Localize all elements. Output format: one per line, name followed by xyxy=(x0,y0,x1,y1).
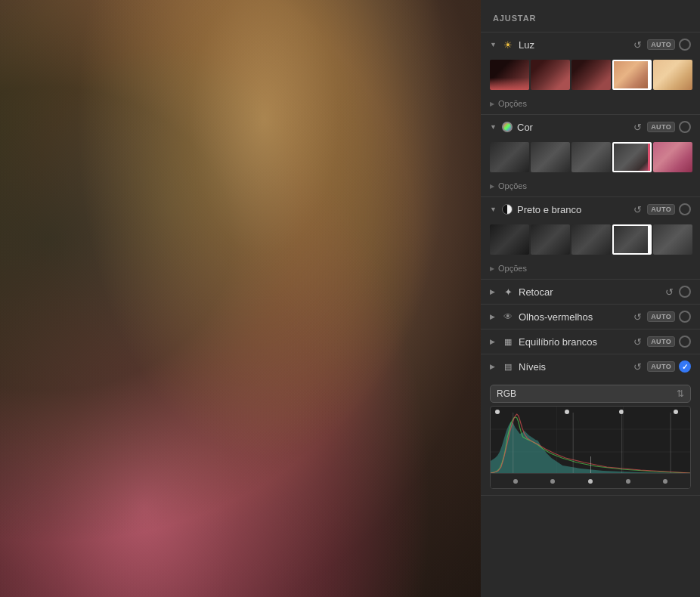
peb-label: Preto e branco xyxy=(517,204,627,215)
levels-icon: ▤ xyxy=(502,360,514,373)
niveis-reset-button[interactable]: ↺ xyxy=(631,361,643,373)
cor-section: ▼ Cor ↺ AUTO ▶ Opções xyxy=(481,115,700,197)
cor-toggle[interactable] xyxy=(679,121,691,133)
peb-thumbnails xyxy=(481,221,700,261)
peb-reset-button[interactable]: ↺ xyxy=(631,204,643,215)
peb-section: ▼ Preto e branco ↺ AUTO ▶ Opções xyxy=(481,197,700,280)
wb-section-header[interactable]: ▶ ▦ Equilíbrio brancos ↺ AUTO xyxy=(481,329,700,354)
wb-controls: ↺ AUTO xyxy=(631,336,691,348)
luz-options-chevron-icon: ▶ xyxy=(490,101,494,107)
olhos-section-header[interactable]: ▶ 👁 Olhos-vermelhos ↺ AUTO xyxy=(481,305,700,329)
peb-section-header[interactable]: ▼ Preto e branco ↺ AUTO xyxy=(481,197,700,221)
hist-bottom-black[interactable] xyxy=(513,479,518,484)
wb-section: ▶ ▦ Equilíbrio brancos ↺ AUTO xyxy=(481,329,700,354)
cor-section-header[interactable]: ▼ Cor ↺ AUTO xyxy=(481,115,700,139)
luz-label: Luz xyxy=(519,39,627,51)
photo-background xyxy=(0,0,481,597)
luz-thumbnails xyxy=(481,57,700,96)
cor-chevron-icon: ▼ xyxy=(490,123,497,131)
retocar-toggle[interactable] xyxy=(679,286,691,298)
wb-reset-button[interactable]: ↺ xyxy=(631,336,643,348)
luz-reset-button[interactable]: ↺ xyxy=(631,39,643,51)
olhos-auto-button[interactable]: AUTO xyxy=(647,311,675,322)
luz-thumb-selected[interactable] xyxy=(612,60,652,90)
cor-label: Cor xyxy=(517,122,627,133)
selector-arrows-icon: ⇅ xyxy=(677,388,684,399)
luz-controls: ↺ AUTO xyxy=(631,39,691,51)
cor-thumb-1[interactable] xyxy=(490,142,529,172)
cor-options-chevron-icon: ▶ xyxy=(490,183,494,190)
olhos-label: Olhos-vermelhos xyxy=(519,311,627,323)
cor-auto-button[interactable]: AUTO xyxy=(647,122,675,132)
panel-title: AJUSTAR xyxy=(493,14,536,23)
retocar-chevron-icon: ▶ xyxy=(490,288,497,295)
histogram-bottom-controls xyxy=(491,473,690,488)
cor-thumb-5[interactable] xyxy=(653,142,692,172)
peb-thumb-5[interactable] xyxy=(653,224,692,255)
peb-thumb-1[interactable] xyxy=(490,224,529,255)
wb-toggle[interactable] xyxy=(679,336,691,348)
cor-options-label: Opções xyxy=(498,181,527,190)
photo-panel xyxy=(0,0,481,597)
niveis-section: ▶ ▤ Níveis ↺ AUTO RGB ⇅ xyxy=(481,354,700,496)
bandaid-icon: ✦ xyxy=(502,286,514,298)
peb-toggle[interactable] xyxy=(679,203,691,215)
niveis-toggle[interactable] xyxy=(679,360,691,373)
cor-thumb-3[interactable] xyxy=(571,142,611,172)
luz-thumb-3[interactable] xyxy=(571,60,611,90)
peb-auto-button[interactable]: AUTO xyxy=(647,204,675,215)
luz-thumb-1[interactable] xyxy=(490,60,529,90)
adjust-panel: AJUSTAR ▼ ☀ Luz ↺ AUTO xyxy=(481,0,700,597)
olhos-chevron-icon: ▶ xyxy=(490,313,497,320)
luz-options-label: Opções xyxy=(498,99,527,108)
wb-chevron-icon: ▶ xyxy=(490,338,497,345)
panel-header: AJUSTAR xyxy=(481,0,700,32)
cor-thumb-selected[interactable] xyxy=(612,142,652,172)
rgb-channel-selector[interactable]: RGB ⇅ xyxy=(490,385,691,403)
luz-thumb-2[interactable] xyxy=(531,60,570,90)
luz-section-header[interactable]: ▼ ☀ Luz ↺ AUTO xyxy=(481,32,700,57)
cor-thumb-2[interactable] xyxy=(531,142,570,172)
luz-thumb-5[interactable] xyxy=(653,60,692,90)
olhos-section: ▶ 👁 Olhos-vermelhos ↺ AUTO xyxy=(481,305,700,329)
olhos-controls: ↺ AUTO xyxy=(631,311,691,323)
photo-overlay xyxy=(0,0,481,597)
peb-chevron-icon: ▼ xyxy=(490,206,497,213)
retocar-controls: ↺ xyxy=(663,286,691,298)
niveis-label: Níveis xyxy=(519,361,627,373)
wb-icon: ▦ xyxy=(502,336,514,348)
luz-auto-button[interactable]: AUTO xyxy=(647,39,675,50)
peb-options-chevron-icon: ▶ xyxy=(490,265,494,272)
cor-options-row[interactable]: ▶ Opções xyxy=(481,178,700,196)
rgb-channel-label: RGB xyxy=(497,388,677,399)
panel-content: ▼ ☀ Luz ↺ AUTO ▶ Opções xyxy=(481,32,700,597)
retocar-section: ▶ ✦ Retocar ↺ xyxy=(481,280,700,305)
peb-thumb-2[interactable] xyxy=(531,224,570,255)
bw-circle-icon xyxy=(502,204,513,215)
cor-reset-button[interactable]: ↺ xyxy=(631,122,643,133)
hist-bottom-shadow[interactable] xyxy=(550,479,555,484)
olhos-toggle[interactable] xyxy=(679,311,691,323)
hist-bottom-mid[interactable] xyxy=(588,479,593,484)
niveis-auto-button[interactable]: AUTO xyxy=(647,361,675,372)
olhos-reset-button[interactable]: ↺ xyxy=(631,311,643,323)
histogram-center-marker xyxy=(590,456,591,473)
histogram-container xyxy=(490,406,691,489)
retocar-section-header[interactable]: ▶ ✦ Retocar ↺ xyxy=(481,280,700,304)
peb-options-label: Opções xyxy=(498,264,527,273)
luz-section: ▼ ☀ Luz ↺ AUTO ▶ Opções xyxy=(481,32,700,115)
luz-options-row[interactable]: ▶ Opções xyxy=(481,96,700,114)
luz-chevron-icon: ▼ xyxy=(490,41,497,48)
hist-bottom-highlight[interactable] xyxy=(626,479,630,484)
hist-bottom-white[interactable] xyxy=(663,479,667,484)
peb-thumb-3[interactable] xyxy=(571,224,611,255)
retocar-reset-button[interactable]: ↺ xyxy=(663,286,675,298)
peb-thumb-selected[interactable] xyxy=(612,224,652,255)
niveis-section-header[interactable]: ▶ ▤ Níveis ↺ AUTO xyxy=(481,354,700,379)
cor-thumbnails xyxy=(481,139,700,178)
cor-controls: ↺ AUTO xyxy=(631,121,691,133)
redeye-icon: 👁 xyxy=(502,311,514,323)
wb-auto-button[interactable]: AUTO xyxy=(647,336,675,347)
luz-toggle[interactable] xyxy=(679,39,691,51)
peb-options-row[interactable]: ▶ Opções xyxy=(481,261,700,279)
